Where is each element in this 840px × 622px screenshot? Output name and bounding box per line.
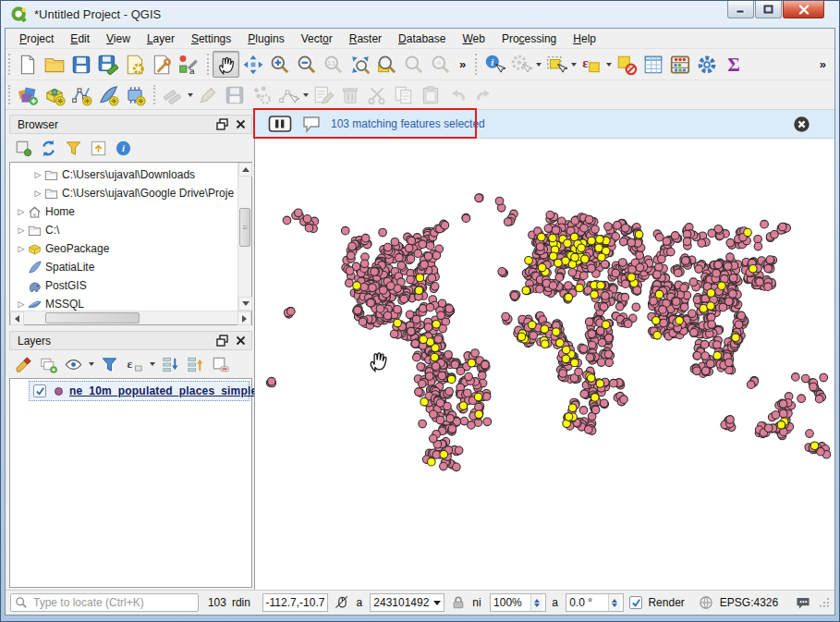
dropdown-caret-icon[interactable]	[534, 51, 542, 78]
caret-icon[interactable]: ▷	[16, 299, 27, 309]
cut-features-button[interactable]	[363, 81, 390, 108]
menu-raster[interactable]: Raster	[341, 30, 390, 48]
crs-globe-icon[interactable]	[698, 594, 714, 611]
filter-legend-button[interactable]	[98, 353, 120, 375]
statistical-summary-button[interactable]: Σ	[720, 51, 747, 78]
pan-to-selection-button[interactable]	[239, 51, 266, 78]
minimize-button[interactable]	[727, 1, 754, 18]
collapse-all-button[interactable]	[184, 353, 206, 375]
new-print-layout-button[interactable]	[121, 51, 148, 78]
magnifier-spinbox[interactable]: 100%	[490, 593, 546, 612]
selection-panel-icon[interactable]	[268, 115, 292, 133]
spinner-arrows-icon[interactable]	[530, 594, 542, 611]
manage-map-themes-button[interactable]	[62, 353, 84, 375]
horizontal-scrollbar[interactable]	[10, 311, 251, 324]
identify-features-button[interactable]: i	[481, 51, 507, 78]
open-data-source-manager-button[interactable]	[14, 81, 41, 108]
close-panel-icon[interactable]	[232, 334, 249, 348]
menu-view[interactable]: View	[98, 30, 139, 48]
resize-grip[interactable]	[819, 597, 830, 608]
current-edits-button[interactable]	[159, 81, 186, 108]
enable-properties-button[interactable]: i	[112, 137, 134, 159]
float-panel-icon[interactable]	[213, 334, 230, 348]
vertex-tool-button[interactable]	[274, 81, 301, 108]
browser-tree-item[interactable]: SpatiaLite	[10, 258, 237, 276]
browser-tree-item[interactable]: ▷C:\Users\ujaval\Downloads	[10, 165, 237, 184]
run-feature-action-button[interactable]	[507, 51, 534, 78]
menu-database[interactable]: Database	[390, 30, 454, 48]
caret-icon[interactable]: ▷	[16, 226, 27, 235]
extents-toggle-icon[interactable]	[334, 594, 350, 611]
remove-layer-button[interactable]	[209, 353, 231, 375]
maximize-button[interactable]	[755, 1, 782, 18]
zoom-native-button[interactable]: 1:1	[320, 51, 347, 78]
menu-project[interactable]: Project	[11, 30, 62, 48]
copy-features-button[interactable]	[390, 81, 417, 108]
paste-features-button[interactable]	[417, 81, 444, 108]
rotation-spinbox[interactable]: 0.0 °	[566, 593, 624, 612]
new-shapefile-layer-button[interactable]	[67, 81, 94, 108]
speech-bubble-icon[interactable]	[301, 115, 322, 133]
close-message-icon[interactable]	[793, 116, 810, 133]
refresh-button[interactable]	[37, 137, 59, 159]
caret-icon[interactable]: ▷	[16, 207, 27, 216]
scroll-left-icon[interactable]	[10, 311, 24, 325]
dropdown-caret-icon[interactable]	[301, 81, 310, 108]
open-attribute-table-button[interactable]	[639, 51, 666, 78]
vertical-scrollbar[interactable]: ≡	[237, 163, 251, 311]
show-layout-manager-button[interactable]	[148, 51, 175, 78]
close-panel-icon[interactable]	[232, 117, 249, 132]
filter-by-expression-button[interactable]: ε	[123, 353, 145, 375]
log-messages-icon[interactable]	[793, 594, 813, 611]
browser-tree-item[interactable]: ▷C:\	[10, 221, 237, 239]
caret-icon[interactable]: ▷	[32, 189, 43, 198]
deselect-features-button[interactable]	[613, 51, 639, 78]
dropdown-caret-icon[interactable]	[186, 81, 194, 108]
redo-button[interactable]	[470, 81, 497, 108]
scroll-down-icon[interactable]	[238, 297, 252, 311]
zoom-next-button[interactable]	[427, 51, 454, 78]
menu-web[interactable]: Web	[454, 30, 493, 48]
menu-vector[interactable]: Vector	[293, 30, 341, 48]
float-panel-icon[interactable]	[213, 117, 230, 132]
nav-toolbar-overflow-button[interactable]: »	[454, 57, 469, 71]
caret-icon[interactable]: ▷	[32, 170, 43, 179]
open-layer-styling-button[interactable]	[12, 353, 34, 375]
select-by-expression-button[interactable]: ε	[578, 51, 604, 78]
add-feature-button[interactable]	[248, 81, 274, 108]
browser-tree-item[interactable]: ▷C:\Users\ujaval\Google Drive\Proje	[10, 184, 237, 202]
map-canvas[interactable]	[255, 139, 834, 590]
scrollbar-thumb[interactable]: ≡	[239, 208, 250, 247]
browser-tree-item[interactable]: PostGIS	[10, 276, 237, 295]
menu-edit[interactable]: Edit	[62, 30, 98, 48]
modify-attributes-button[interactable]	[310, 81, 336, 108]
new-spatialite-layer-button[interactable]	[94, 81, 121, 108]
processing-toolbox-button[interactable]	[693, 51, 720, 78]
new-virtual-layer-button[interactable]	[121, 81, 148, 108]
spinner-arrows-icon[interactable]	[608, 594, 620, 611]
save-project-as-button[interactable]	[94, 51, 121, 78]
coordinate-box[interactable]: -112.7,-10.7	[262, 593, 329, 612]
menu-processing[interactable]: Processing	[493, 30, 565, 48]
menu-help[interactable]: Help	[565, 30, 604, 48]
add-group-button[interactable]	[37, 353, 59, 375]
save-layer-edits-button[interactable]	[221, 81, 248, 108]
dropdown-caret-icon[interactable]	[148, 353, 156, 375]
close-button[interactable]	[783, 1, 824, 18]
zoom-in-button[interactable]	[266, 51, 293, 78]
pan-map-button[interactable]	[213, 51, 239, 78]
undo-button[interactable]	[444, 81, 470, 108]
style-manager-button[interactable]: a	[175, 51, 201, 78]
menu-layer[interactable]: Layer	[139, 30, 183, 48]
browser-tree-item[interactable]: ▷GeoPackage	[10, 239, 237, 258]
browser-tree-item[interactable]: ▷MSSQL	[10, 295, 237, 311]
caret-icon[interactable]: ▷	[16, 244, 27, 253]
collapse-all-browser-button[interactable]	[87, 137, 109, 159]
render-checkbox[interactable]	[629, 596, 642, 609]
scroll-up-icon[interactable]	[238, 163, 252, 177]
lock-scale-icon[interactable]	[450, 594, 467, 611]
scrollbar-thumb[interactable]	[45, 312, 140, 323]
menu-settings[interactable]: Settings	[183, 30, 239, 48]
delete-selected-button[interactable]	[336, 81, 363, 108]
zoom-to-selection-button[interactable]	[373, 51, 400, 78]
